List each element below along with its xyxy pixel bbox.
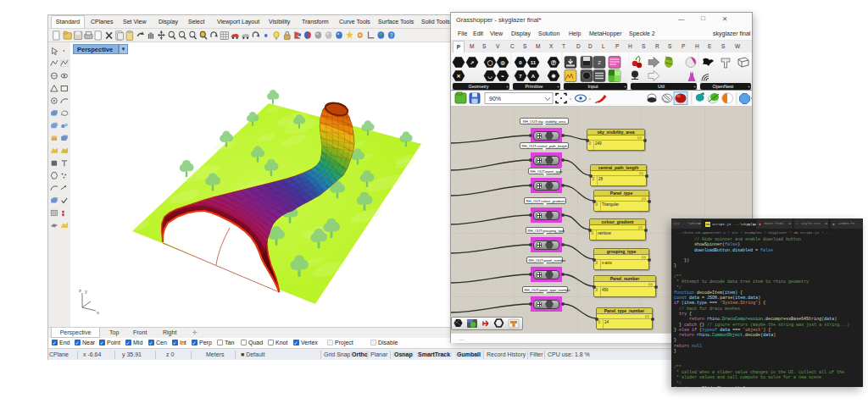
svg-text:A: A (531, 74, 536, 79)
svg-text:+: + (624, 84, 626, 89)
svg-text:90%: 90% (489, 96, 501, 102)
svg-text:✕: ✕ (456, 74, 460, 79)
svg-text:Input: Input (587, 84, 598, 89)
svg-text:OpenNest: OpenNest (713, 84, 734, 89)
svg-text:x: x (97, 310, 99, 315)
svg-text:◡: ◡ (487, 74, 492, 79)
svg-text:?: ? (390, 32, 393, 38)
svg-text:✱: ✱ (551, 74, 555, 79)
svg-text:+: + (748, 84, 750, 89)
svg-text:Util: Util (658, 84, 665, 89)
svg-text:Geometry: Geometry (468, 84, 488, 89)
svg-text:Z: Z (598, 60, 601, 65)
svg-text:+: + (506, 84, 509, 89)
svg-text:◯: ◯ (487, 60, 493, 66)
svg-text:+: + (557, 84, 559, 89)
svg-text:Primitive: Primitive (525, 84, 542, 89)
svg-text:⌁: ⌁ (501, 74, 504, 79)
svg-text:Ⓟ: Ⓟ (551, 59, 556, 66)
svg-text:y: y (85, 289, 87, 294)
svg-text:z: z (79, 288, 81, 293)
svg-text:11: 11 (531, 60, 537, 65)
svg-text:◎: ◎ (500, 60, 505, 65)
svg-text:+: + (693, 84, 696, 89)
svg-text:➚: ➚ (470, 60, 474, 65)
